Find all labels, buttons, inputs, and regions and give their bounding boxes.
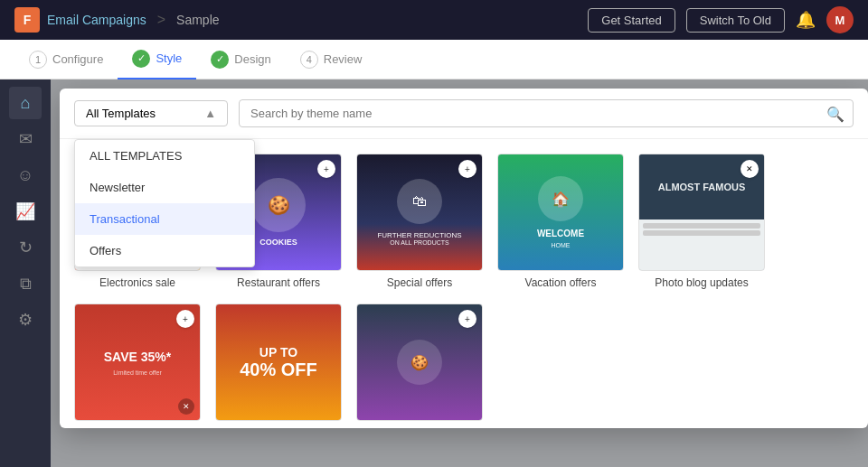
switch-to-old-button[interactable]: Switch To Old — [686, 8, 785, 33]
step-configure[interactable]: 1 Configure — [14, 51, 118, 69]
template-label-vacation: Vacation offers — [525, 276, 597, 289]
breadcrumb-sample: Sample — [176, 13, 219, 27]
template-label-restaurant: Restaurant offers — [237, 276, 320, 289]
search-box: 🔍 — [239, 99, 854, 127]
template-thumb-extra1: UP TO 40% OFF — [215, 304, 342, 421]
bell-icon[interactable]: 🔔 — [796, 10, 816, 30]
template-category-dropdown[interactable]: All Templates ▲ — [74, 100, 228, 126]
sidebar-icon-integrations[interactable]: ⧉ — [9, 267, 42, 300]
topbar-left: F Email Campaigns > Sample — [14, 7, 220, 33]
thumb-badge-endofyear: + — [176, 310, 194, 328]
main: ⌂ ✉ ☺ 📈 ↻ ⧉ ⚙ Themes Layouts Saved Uploa… — [0, 79, 868, 467]
dropdown-item-offers[interactable]: Offers — [75, 235, 254, 266]
sidebar-icon-reports[interactable]: 📈 — [9, 195, 42, 228]
app-title: Email Campaigns — [47, 13, 146, 27]
template-thumb-endofyear: + SAVE 35%* Limited time offer ✕ — [74, 304, 201, 421]
dropdown-menu: ALL TEMPLATES Newsletter Transactional O… — [74, 139, 255, 267]
modal-header: All Templates ▲ 🔍 — [60, 89, 868, 139]
sidebar-icon-settings[interactable]: ⚙ — [9, 304, 42, 336]
sidebar-icon-home[interactable]: ⌂ — [9, 87, 42, 119]
topbar: F Email Campaigns > Sample Get Started S… — [0, 0, 868, 40]
search-icon: 🔍 — [826, 105, 844, 122]
template-card-vacation-offers[interactable]: 🏠 WELCOME HOME Vacation offers — [497, 154, 624, 289]
step-design-check: ✓ — [211, 51, 229, 69]
sidebar-icon-contacts[interactable]: ☺ — [9, 159, 42, 191]
template-thumb-photo: ALMOST FAMOUS ✕ — [638, 154, 765, 271]
template-card-extra1[interactable]: UP TO 40% OFF — [215, 304, 342, 428]
chevron-up-icon: ▲ — [204, 107, 216, 120]
dropdown-item-all[interactable]: ALL TEMPLATES — [75, 140, 254, 172]
template-thumb-vacation: 🏠 WELCOME HOME — [497, 154, 624, 271]
search-input[interactable] — [239, 99, 854, 127]
step-style-label: Style — [156, 51, 182, 65]
template-card-special-offers[interactable]: + 🛍 FURTHER REDUCTIONS ON ALL PRODUCTS S… — [356, 154, 483, 289]
sidebar: ⌂ ✉ ☺ 📈 ↻ ⧉ ⚙ — [0, 79, 51, 467]
step-style[interactable]: ✓ Style — [118, 40, 196, 79]
dropdown-label: All Templates — [86, 107, 156, 120]
content-area: Themes Layouts Saved Upload HTML All Tem… — [51, 79, 868, 467]
breadcrumb-sep: > — [157, 12, 165, 28]
app-logo: F — [14, 7, 40, 33]
step-design[interactable]: ✓ Design — [196, 51, 285, 69]
step-review-label: Review — [324, 52, 363, 66]
template-card-end-of-year[interactable]: + SAVE 35%* Limited time offer ✕ End of … — [74, 304, 201, 428]
modal-overlay: All Templates ▲ 🔍 ALL TEMPLATES Newslett… — [51, 79, 868, 467]
step-style-check: ✓ — [132, 50, 150, 68]
thumb-badge-special: + — [458, 160, 476, 178]
template-card-extra2[interactable]: + 🍪 — [356, 304, 483, 428]
get-started-button[interactable]: Get Started — [588, 8, 675, 33]
template-label-special: Special offers — [387, 276, 453, 289]
stepbar: 1 Configure ✓ Style ✓ Design 4 Review — [0, 40, 868, 79]
step-configure-num: 1 — [29, 51, 47, 69]
thumb-badge-restaurant: + — [317, 160, 335, 178]
topbar-right: Get Started Switch To Old 🔔 M — [588, 6, 854, 33]
dropdown-item-transactional[interactable]: Transactional — [75, 203, 254, 235]
template-label-electronics: Electronics sale — [99, 276, 175, 289]
step-design-label: Design — [234, 52, 270, 66]
thumb-badge-extra2: + — [458, 310, 476, 328]
step-review[interactable]: 4 Review — [286, 51, 377, 69]
template-label-endofyear: End of year sale — [99, 426, 177, 428]
template-label-photo: Photo blog updates — [655, 276, 748, 289]
template-thumb-special: + 🛍 FURTHER REDUCTIONS ON ALL PRODUCTS — [356, 154, 483, 271]
template-thumb-extra2: + 🍪 — [356, 304, 483, 421]
step-review-num: 4 — [300, 51, 318, 69]
dropdown-item-newsletter[interactable]: Newsletter — [75, 172, 254, 203]
step-configure-label: Configure — [52, 52, 103, 66]
sidebar-icon-automation[interactable]: ↻ — [9, 231, 42, 264]
template-modal: All Templates ▲ 🔍 ALL TEMPLATES Newslett… — [60, 89, 868, 428]
sidebar-icon-mail[interactable]: ✉ — [9, 123, 42, 155]
avatar[interactable]: M — [826, 6, 854, 33]
template-card-photo-blog[interactable]: ALMOST FAMOUS ✕ Photo blog updates — [638, 154, 765, 289]
